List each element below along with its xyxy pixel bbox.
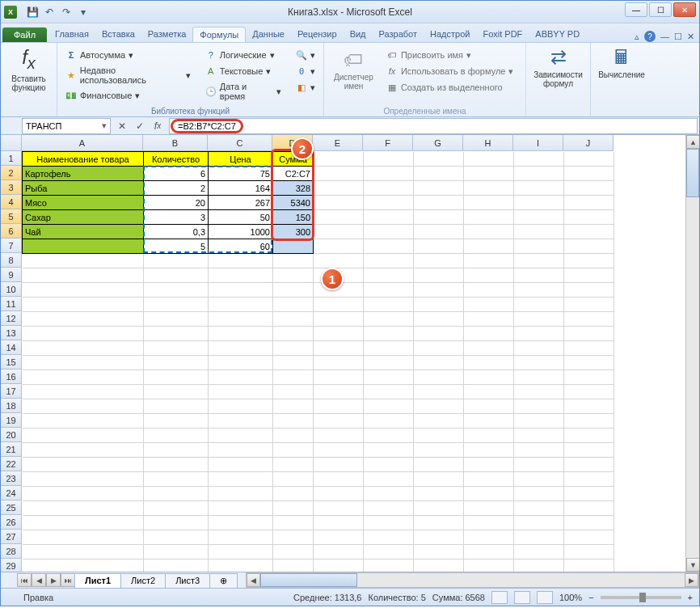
cell-F15[interactable] (364, 356, 414, 370)
cell-J23[interactable] (564, 472, 614, 487)
cell-J7[interactable] (564, 239, 614, 254)
cell-F10[interactable] (364, 283, 414, 298)
cell-C20[interactable] (209, 429, 273, 443)
cancel-formula-button[interactable]: ✕ (114, 118, 130, 134)
cell-J15[interactable] (564, 356, 614, 370)
row-header-5[interactable]: 5 (1, 209, 22, 224)
cell-C15[interactable] (209, 356, 273, 370)
cell-F14[interactable] (364, 341, 414, 356)
cell-H12[interactable] (464, 312, 514, 327)
cell-B19[interactable] (144, 414, 209, 429)
cell-B29[interactable] (144, 559, 209, 572)
cell-B27[interactable] (144, 530, 209, 545)
cell-G9[interactable] (414, 268, 464, 283)
cell-G29[interactable] (414, 559, 464, 572)
cell-E27[interactable] (314, 530, 364, 545)
cell-A24[interactable] (23, 487, 144, 501)
cell-F23[interactable] (364, 472, 414, 487)
cell-C18[interactable] (209, 399, 273, 414)
scroll-right-icon[interactable]: ▶ (685, 573, 698, 587)
row-header-2[interactable]: 2 (1, 166, 22, 180)
cell-H25[interactable] (464, 501, 514, 516)
row-header-7[interactable]: 7 (1, 239, 22, 253)
cell-C2[interactable]: 75 (209, 167, 273, 181)
cell-G13[interactable] (414, 327, 464, 341)
name-manager-button[interactable]: 🏷 Диспетчер имен (329, 44, 378, 95)
cell-A25[interactable] (23, 501, 144, 516)
zoom-in-button[interactable]: + (688, 593, 693, 602)
row-header-27[interactable]: 27 (1, 530, 22, 544)
cell-J10[interactable] (564, 283, 614, 298)
row-header-21[interactable]: 21 (1, 442, 22, 457)
cell-H2[interactable] (464, 167, 514, 181)
cell-E8[interactable] (314, 254, 364, 268)
row-header-23[interactable]: 23 (1, 471, 22, 486)
cell-E15[interactable] (314, 356, 364, 370)
cell-A19[interactable] (23, 414, 144, 429)
cell-G14[interactable] (414, 341, 464, 356)
cell-C5[interactable]: 50 (209, 210, 273, 225)
cell-F16[interactable] (364, 370, 414, 385)
cell-I13[interactable] (514, 327, 564, 341)
cell-C17[interactable] (209, 385, 273, 399)
row-header-17[interactable]: 17 (1, 384, 22, 399)
cell-I2[interactable] (514, 167, 564, 181)
cell-G19[interactable] (414, 414, 464, 429)
cell-D2[interactable]: C2:C7 (273, 167, 314, 181)
next-sheet-button[interactable]: ▶ (46, 573, 61, 587)
cell-F12[interactable] (364, 312, 414, 327)
cell-F4[interactable] (364, 196, 414, 210)
cell-F22[interactable] (364, 458, 414, 472)
cell-A5[interactable]: Сахар (23, 210, 144, 225)
cell-A27[interactable] (23, 530, 144, 545)
cell-D17[interactable] (273, 385, 314, 399)
cell-H1[interactable] (464, 152, 514, 167)
cell-B1[interactable]: Количество (144, 152, 209, 167)
row-header-12[interactable]: 12 (1, 311, 22, 326)
zoom-out-button[interactable]: − (588, 593, 593, 602)
cell-H9[interactable] (464, 268, 514, 283)
tab-вид[interactable]: Вид (344, 27, 373, 42)
row-header-20[interactable]: 20 (1, 428, 22, 442)
cell-C8[interactable] (209, 254, 273, 268)
cell-B21[interactable] (144, 443, 209, 458)
cell-C13[interactable] (209, 327, 273, 341)
cell-I20[interactable] (514, 429, 564, 443)
cell-B11[interactable] (144, 298, 209, 312)
cell-B4[interactable]: 20 (144, 196, 209, 210)
insert-function-button[interactable]: fx Вставить функцию (6, 44, 52, 94)
cell-D18[interactable] (273, 399, 314, 414)
cell-C6[interactable]: 1000 (209, 225, 273, 239)
cell-G28[interactable] (414, 545, 464, 559)
cell-F17[interactable] (364, 385, 414, 399)
page-break-view-button[interactable] (537, 591, 553, 604)
cell-E26[interactable] (314, 516, 364, 530)
cell-E6[interactable] (314, 225, 364, 239)
cell-A3[interactable]: Рыба (23, 181, 144, 196)
cell-A1[interactable]: Наименование товара (23, 152, 144, 167)
row-header-18[interactable]: 18 (1, 399, 22, 413)
row-header-6[interactable]: 6 (1, 224, 22, 239)
cell-H10[interactable] (464, 283, 514, 298)
tab-разметка[interactable]: Разметка (141, 27, 193, 42)
cell-J20[interactable] (564, 429, 614, 443)
tab-разработ[interactable]: Разработ (373, 27, 424, 42)
cell-G11[interactable] (414, 298, 464, 312)
cell-F24[interactable] (364, 487, 414, 501)
cell-E17[interactable] (314, 385, 364, 399)
insert-sheet-button[interactable]: ⊕ (209, 573, 238, 588)
math-button[interactable]: θ▾ (293, 64, 318, 78)
cell-A13[interactable] (23, 327, 144, 341)
cell-H15[interactable] (464, 356, 514, 370)
cell-C25[interactable] (209, 501, 273, 516)
maximize-button[interactable]: ☐ (649, 2, 672, 17)
column-header-F[interactable]: F (363, 135, 413, 151)
cell-A7[interactable] (23, 239, 144, 254)
cell-D3[interactable]: 328 (273, 181, 314, 196)
cell-A4[interactable]: Мясо (23, 196, 144, 210)
autosum-button[interactable]: ΣАвтосумма ▾ (62, 48, 194, 62)
row-header-15[interactable]: 15 (1, 355, 22, 369)
more-functions-button[interactable]: ◧▾ (293, 80, 318, 95)
close-button[interactable]: ✕ (673, 2, 696, 17)
cell-F11[interactable] (364, 298, 414, 312)
